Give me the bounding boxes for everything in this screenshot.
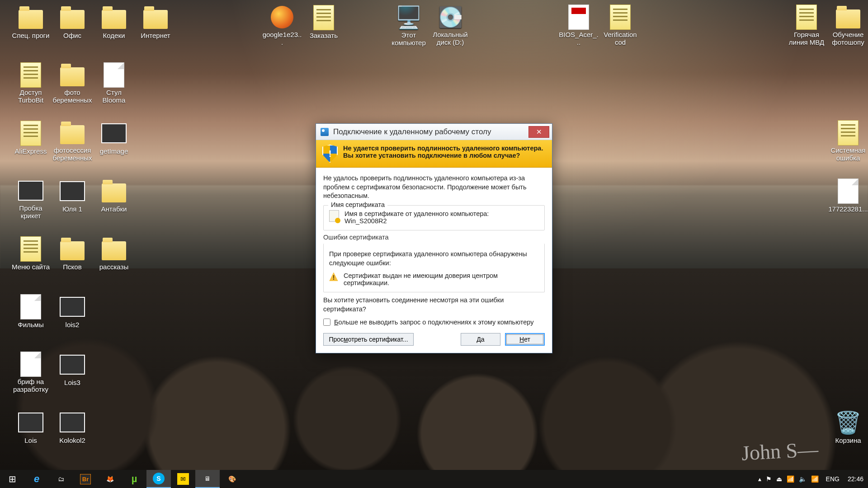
banner-line1: Не удается проверить подлинность удаленн… xyxy=(343,145,543,152)
dont-ask-label: Больше не выводить запрос о подключениях… xyxy=(334,319,533,326)
confirm-question: Вы хотите установить соединение несмотря… xyxy=(323,296,545,314)
file-icon xyxy=(101,62,127,88)
taskbar-skype-button[interactable]: S xyxy=(146,470,171,488)
desktop-icon-заказать[interactable]: Заказать xyxy=(304,3,344,46)
desktop-icon-bios-acer-[interactable]: BIOS_Acer_... xyxy=(559,3,599,46)
desktop-icon-kolokol2[interactable]: Kolokol2 xyxy=(52,408,92,451)
icon-label: Стул Blooma xyxy=(94,89,134,104)
taskbar-ie-button[interactable]: e xyxy=(24,470,49,488)
dialog-titlebar[interactable]: Подключение к удаленному рабочему столу … xyxy=(316,124,552,140)
folder-icon xyxy=(59,5,85,31)
pdf-icon xyxy=(566,5,592,30)
pc-icon: 🖥️ xyxy=(396,5,422,30)
icon-label: бриф на разработку xyxy=(11,378,51,394)
dont-ask-checkbox[interactable] xyxy=(323,319,330,326)
cert-name-legend: Имя сертификата xyxy=(328,201,387,208)
desktop-icon-локальный-диск-d-[interactable]: 💽Локальный диск (D:) xyxy=(430,3,470,46)
desktop-icon-177223281-[interactable]: 177223281... xyxy=(828,176,868,220)
tray-icon-3[interactable]: 📶 xyxy=(787,475,794,483)
no-button[interactable]: Нет xyxy=(505,333,545,346)
desktop-icon-интернет[interactable]: Интернет xyxy=(136,3,175,46)
cert-value: Win_S2008R2 xyxy=(344,217,489,225)
icon-label: Этот компьютер xyxy=(389,31,429,47)
close-button[interactable]: ✕ xyxy=(528,126,549,138)
taskbar-explorer-button[interactable]: 🗂 xyxy=(49,470,73,488)
dont-ask-row[interactable]: Больше не выводить запрос о подключениях… xyxy=(323,319,545,326)
desktop-icon-lois3[interactable]: Lois3 xyxy=(52,350,92,393)
desktop-icon-фото-беременных[interactable]: фото беременных xyxy=(52,61,92,104)
tray-icon-5[interactable]: 📶 xyxy=(811,475,819,483)
folder-icon xyxy=(142,5,169,31)
desktop-icon-обучение-фотошопу[interactable]: Обучение фотошопу xyxy=(828,3,868,46)
desktop-icon-стул-blooma[interactable]: Стул Blooma xyxy=(94,61,134,104)
language-indicator[interactable]: ENG xyxy=(822,470,843,488)
taskbar-bat-button[interactable]: ✉ xyxy=(171,470,195,488)
desktop-icon-системная-ошибка[interactable]: Системная ошибка xyxy=(828,118,868,162)
taskbar-firefox-button[interactable]: 🦊 xyxy=(98,470,122,488)
icon-label: Интернет xyxy=(141,32,170,39)
desktop-icon-verification-cod[interactable]: Verification cod xyxy=(600,3,640,46)
note-icon xyxy=(793,5,820,30)
taskbar-start-button[interactable]: ⊞ xyxy=(0,470,24,488)
taskbar-utorrent-button[interactable]: µ xyxy=(122,470,146,488)
folder-icon xyxy=(59,120,85,145)
desktop-icon-рассказы[interactable]: рассказы xyxy=(94,234,134,277)
rdp-icon xyxy=(321,128,329,136)
desktop-icon-горячая-линия-мвд[interactable]: Горячая линия МВД xyxy=(787,3,826,46)
thumb-icon xyxy=(18,409,44,436)
folder-icon xyxy=(101,178,127,204)
desktop-icon-антабки[interactable]: Антабки xyxy=(94,176,134,220)
desktop-icon-меню-сайта[interactable]: Меню сайта xyxy=(11,234,51,277)
desktop-icon-этот-компьютер[interactable]: 🖥️Этот компьютер xyxy=(389,3,429,46)
desktop-icon-корзина[interactable]: 🗑️Корзина xyxy=(828,408,868,451)
desktop-icon-фотосессия-беременных[interactable]: фотосессия беременных xyxy=(52,118,92,162)
folder-icon xyxy=(101,5,127,31)
dialog-title: Подключение к удаленному рабочему столу xyxy=(333,127,528,136)
cert-name-group: Имя сертификата Имя в сертификате от уда… xyxy=(323,205,545,230)
rdp-cert-dialog: Подключение к удаленному рабочему столу … xyxy=(316,123,552,353)
firefox-icon xyxy=(269,5,295,30)
icon-label: фотосессия беременных xyxy=(52,146,92,162)
note-icon xyxy=(18,120,44,146)
banner-line2: Вы хотите установить подключение в любом… xyxy=(343,152,543,159)
note-icon xyxy=(18,62,44,88)
desktop-icon-фильмы[interactable]: Фильмы xyxy=(11,292,51,335)
note-icon xyxy=(835,120,861,145)
clock[interactable]: 22:46 xyxy=(843,470,868,488)
yes-button[interactable]: Да xyxy=(461,333,500,346)
tray-icon-2[interactable]: ⏏ xyxy=(776,475,782,483)
desktop-icon-lois[interactable]: Lois xyxy=(11,408,51,451)
icon-label: Юля 1 xyxy=(62,205,82,213)
tray-icon-1[interactable]: ⚑ xyxy=(766,475,772,483)
desktop-icon-спец-проги[interactable]: Спец. проги xyxy=(11,3,51,46)
desktop-icon-офис[interactable]: Офис xyxy=(52,3,92,46)
thumb-icon xyxy=(18,178,44,203)
desktop-icon-пробка-крикет[interactable]: Пробка крикет xyxy=(11,176,51,220)
desktop-icon-юля-1[interactable]: Юля 1 xyxy=(52,176,92,220)
icon-label: Спец. проги xyxy=(12,32,50,39)
desktop-icon-google1e23-[interactable]: google1e23... xyxy=(262,3,302,46)
system-tray: ▴⚑⏏📶🔈📶 xyxy=(755,470,822,488)
folder-icon xyxy=(18,5,44,31)
tray-icon-0[interactable]: ▴ xyxy=(758,475,761,483)
taskbar-rdp-button[interactable]: 🖥 xyxy=(195,470,220,488)
view-cert-button[interactable]: Просмотреть сертификат... xyxy=(323,333,414,346)
note-icon xyxy=(607,5,633,30)
icon-label: BIOS_Acer_... xyxy=(559,31,599,47)
icon-label: Кодеки xyxy=(103,32,125,39)
desktop-icon-бриф-на-разработку[interactable]: бриф на разработку xyxy=(11,350,51,393)
desktop-icon-getimage[interactable]: getImage xyxy=(94,118,134,162)
desktop-icon-доступ-turbobit[interactable]: Доступ TurboBit xyxy=(11,61,51,104)
folder-icon xyxy=(101,236,127,262)
desktop-icon-lois2[interactable]: lois2 xyxy=(52,292,92,335)
desktop-icon-кодеки[interactable]: Кодеки xyxy=(94,3,134,46)
taskbar-paint-button[interactable]: 🎨 xyxy=(220,470,244,488)
desktop-icon-псков[interactable]: Псков xyxy=(52,234,92,277)
icon-label: Доступ TurboBit xyxy=(11,89,51,104)
warning-icon: ! xyxy=(329,272,338,281)
tray-icon-4[interactable]: 🔈 xyxy=(799,475,807,483)
icon-label: Системная ошибка xyxy=(828,146,868,162)
desktop-icon-aliexpress[interactable]: AliExpress xyxy=(11,118,51,162)
icon-label: фото беременных xyxy=(52,89,92,104)
taskbar-bridge-button[interactable]: Br xyxy=(73,470,98,488)
